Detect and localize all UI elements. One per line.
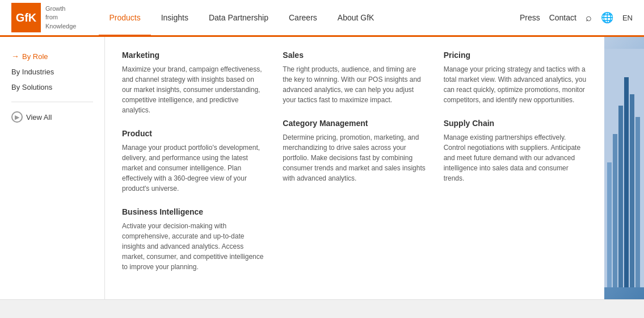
catmgmt-desc: Determine pricing, promotion, marketing,… <box>283 132 426 183</box>
catmgmt-title: Category Management <box>283 119 426 128</box>
sidebar: → By Role By Industries By Solutions ▶ V… <box>0 37 105 299</box>
chart-background-svg <box>604 37 644 299</box>
search-icon[interactable]: ⌕ <box>586 12 592 24</box>
product-desc: Manage your product portfolio's developm… <box>122 143 266 194</box>
press-link[interactable]: Press <box>520 13 540 22</box>
logo-area[interactable]: GfK Growth from Knowledge <box>11 3 76 32</box>
supplychain-title: Supply Chain <box>444 119 587 128</box>
section-business-intelligence: Business Intelligence Activate your deci… <box>122 207 266 272</box>
language-selector[interactable]: EN <box>622 14 633 22</box>
nav-insights[interactable]: Insights <box>151 1 199 35</box>
section-sales: Sales The right products, audience, and … <box>283 51 426 105</box>
sales-desc: The right products, audience, and timing… <box>283 64 426 105</box>
globe-icon[interactable]: 🌐 <box>601 11 613 24</box>
section-pricing: Pricing Manage your pricing strategy and… <box>444 51 587 105</box>
bi-title: Business Intelligence <box>122 207 266 216</box>
nav-data-partnership[interactable]: Data Partnership <box>199 1 279 35</box>
banner-text-area: We haven't just changed the rules. We've… <box>23 316 486 318</box>
logo-tagline: Growth from Knowledge <box>45 5 76 31</box>
svg-rect-6 <box>635 117 640 287</box>
sidebar-label-by-role: By Role <box>22 52 48 61</box>
content-area: Marketing Maximize your brand, campaign … <box>105 37 604 299</box>
svg-rect-1 <box>607 162 612 287</box>
nav-about[interactable]: About GfK <box>327 1 385 35</box>
sidebar-divider <box>11 102 93 102</box>
supplychain-desc: Manage existing partnerships effectively… <box>444 132 587 183</box>
nav-products[interactable]: Products <box>99 1 150 36</box>
svg-rect-5 <box>630 94 634 287</box>
sales-title: Sales <box>283 51 426 60</box>
banner-headline: We haven't just changed the rules. We've… <box>23 316 486 318</box>
svg-rect-4 <box>624 77 629 287</box>
view-all-circle-icon: ▶ <box>11 111 23 123</box>
content-column-2: Sales The right products, audience, and … <box>283 51 443 286</box>
content-column-1: Marketing Maximize your brand, campaign … <box>122 51 283 286</box>
bi-desc: Activate your decision-making with compr… <box>122 221 266 272</box>
pricing-desc: Manage your pricing strategy and tactics… <box>444 64 587 105</box>
sidebar-label-by-industries: By Industries <box>11 68 54 76</box>
svg-rect-2 <box>613 134 617 287</box>
product-title: Product <box>122 129 266 138</box>
dropdown-area: → By Role By Industries By Solutions ▶ V… <box>0 37 644 300</box>
section-supply-chain: Supply Chain Manage existing partnership… <box>444 119 587 183</box>
contact-link[interactable]: Contact <box>549 13 576 22</box>
sidebar-item-by-solutions[interactable]: By Solutions <box>11 80 93 95</box>
arrow-icon: → <box>11 52 19 61</box>
header: GfK Growth from Knowledge Products Insig… <box>0 0 644 37</box>
nav-careers[interactable]: Careers <box>279 1 327 35</box>
sidebar-label-by-solutions: By Solutions <box>11 83 52 91</box>
logo-box: GfK <box>11 3 41 32</box>
pricing-title: Pricing <box>444 51 587 60</box>
view-all-link[interactable]: ▶ View All <box>11 109 93 125</box>
bottom-banner: We haven't just changed the rules. We've… <box>0 300 644 318</box>
marketing-desc: Maximize your brand, campaign effectiven… <box>122 64 266 115</box>
svg-rect-3 <box>618 106 623 287</box>
sidebar-item-by-role[interactable]: → By Role <box>11 48 93 64</box>
section-product: Product Manage your product portfolio's … <box>122 129 266 194</box>
main-nav: Products Insights Data Partnership Caree… <box>99 1 519 35</box>
header-right: Press Contact ⌕ 🌐 EN <box>520 11 633 24</box>
section-category-management: Category Management Determine pricing, p… <box>283 119 426 183</box>
right-image <box>604 37 644 299</box>
marketing-title: Marketing <box>122 51 266 60</box>
section-marketing: Marketing Maximize your brand, campaign … <box>122 51 266 115</box>
content-column-3: Pricing Manage your pricing strategy and… <box>444 51 587 286</box>
logo-text: GfK <box>16 11 37 24</box>
sidebar-item-by-industries[interactable]: By Industries <box>11 64 93 80</box>
view-all-label: View All <box>26 113 52 122</box>
